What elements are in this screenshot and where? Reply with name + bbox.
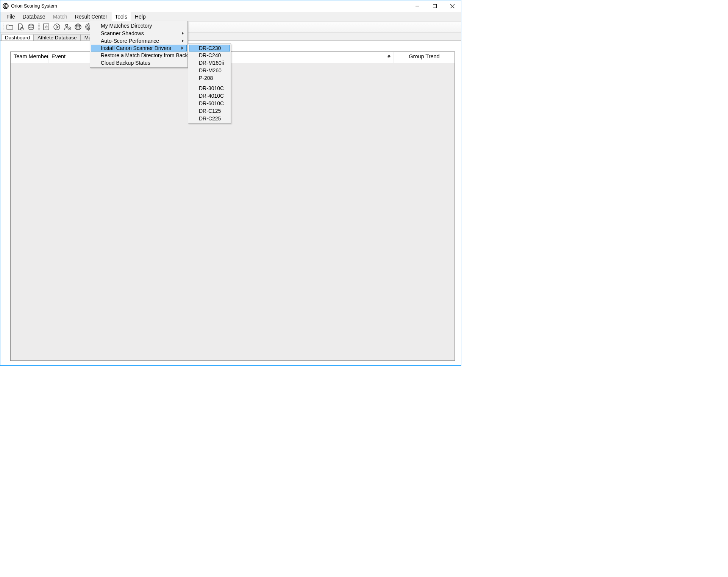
tools-dropdown: My Matches DirectoryScanner ShadowsAuto-… bbox=[90, 21, 188, 68]
close-button[interactable] bbox=[444, 0, 461, 12]
tools-menu-item[interactable]: Cloud Backup Status bbox=[91, 59, 187, 67]
app-window: Orion Scoring System File Database Match… bbox=[0, 0, 461, 366]
titlebar: Orion Scoring System bbox=[0, 0, 461, 12]
menu-database[interactable]: Database bbox=[19, 12, 49, 21]
scanner-driver-item[interactable]: DR-C125 bbox=[189, 107, 230, 115]
scanner-driver-item[interactable]: DR-M260 bbox=[189, 67, 230, 74]
maximize-button[interactable] bbox=[426, 0, 444, 12]
svg-point-25 bbox=[88, 26, 89, 28]
svg-line-6 bbox=[450, 4, 455, 8]
app-title: Orion Scoring System bbox=[11, 3, 57, 9]
menu-help[interactable]: Help bbox=[131, 12, 150, 21]
svg-point-2 bbox=[5, 6, 6, 7]
svg-point-13 bbox=[46, 27, 47, 27]
toolbar-handle bbox=[2, 23, 3, 31]
toolbar-handle bbox=[38, 23, 40, 31]
scanner-driver-submenu: DR-C230DR-C240DR-M160iiDR-M260P-208DR-30… bbox=[188, 44, 231, 123]
col-group-trend[interactable]: Group Trend bbox=[394, 52, 455, 63]
scanner-driver-item[interactable]: DR-C225 bbox=[189, 115, 230, 122]
svg-point-16 bbox=[66, 24, 68, 27]
menu-separator bbox=[199, 83, 228, 83]
toolbar: Re bbox=[0, 21, 461, 33]
scanner-driver-item[interactable]: DR-3010C bbox=[189, 84, 230, 92]
tools-menu-item[interactable]: My Matches Directory bbox=[91, 22, 187, 30]
new-file-icon[interactable] bbox=[16, 22, 25, 32]
svg-point-14 bbox=[54, 24, 60, 30]
app-icon bbox=[3, 3, 9, 9]
scanner-driver-item[interactable]: DR-M160ii bbox=[189, 59, 230, 67]
menu-result-center[interactable]: Result Center bbox=[71, 12, 111, 21]
database-icon[interactable] bbox=[26, 22, 36, 32]
tools-menu-item[interactable]: Auto-Score Performance bbox=[91, 37, 187, 45]
minimize-button[interactable] bbox=[409, 0, 426, 12]
menubar: File Database Match Result Center Tools … bbox=[0, 12, 461, 21]
data-grid: Team Member Event e Group Trend bbox=[10, 51, 455, 361]
menu-tools[interactable]: Tools bbox=[111, 12, 131, 21]
tab-athlete-database[interactable]: Athlete Database bbox=[34, 34, 81, 41]
svg-rect-4 bbox=[433, 5, 437, 8]
tools-menu-item[interactable]: Restore a Match Directory from Backup bbox=[91, 51, 187, 59]
tools-menu-item[interactable]: Install Canon Scanner Drivers bbox=[91, 45, 187, 51]
svg-marker-15 bbox=[56, 25, 58, 28]
menu-file[interactable]: File bbox=[3, 12, 19, 21]
globe-icon[interactable] bbox=[73, 22, 83, 32]
svg-line-5 bbox=[450, 4, 455, 8]
col-hidden-b[interactable]: e bbox=[234, 52, 394, 63]
play-icon[interactable] bbox=[52, 22, 62, 32]
scanner-driver-item[interactable]: P-208 bbox=[189, 74, 230, 82]
scanner-driver-item[interactable]: DR-4010C bbox=[189, 92, 230, 100]
scanner-driver-item[interactable]: DR-C230 bbox=[189, 45, 230, 51]
scanner-driver-item[interactable]: DR-C240 bbox=[189, 51, 230, 59]
tabstrip: Dashboard Athlete Database Match Compet bbox=[0, 33, 461, 41]
col-team-member[interactable]: Team Member bbox=[11, 52, 48, 63]
menu-match[interactable]: Match bbox=[49, 12, 71, 21]
window-controls bbox=[409, 0, 461, 12]
svg-point-10 bbox=[29, 24, 33, 26]
tools-menu-item[interactable]: Scanner Shadows bbox=[91, 30, 187, 37]
gear-file-icon[interactable] bbox=[41, 22, 51, 32]
scanner-driver-item[interactable]: DR-6010C bbox=[189, 100, 230, 107]
grid-header: Team Member Event e Group Trend bbox=[11, 52, 455, 63]
open-folder-icon[interactable] bbox=[5, 22, 15, 32]
add-user-icon[interactable] bbox=[62, 22, 72, 32]
